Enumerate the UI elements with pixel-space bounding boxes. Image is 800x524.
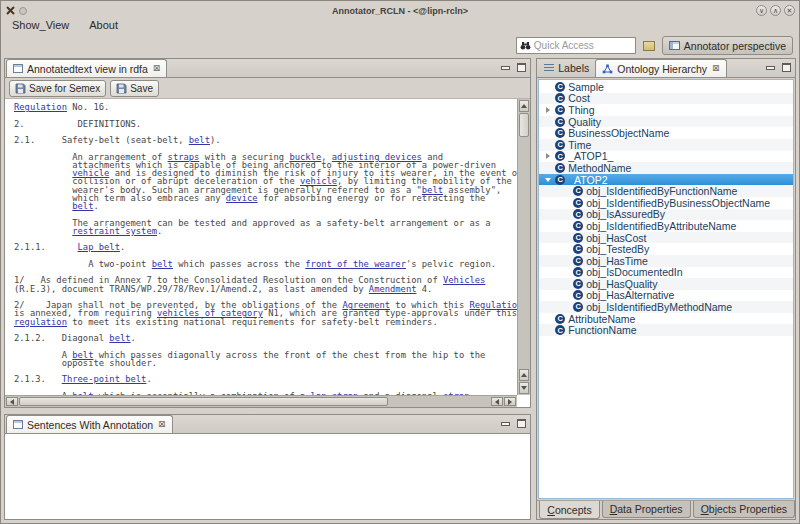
document-text: . [146, 374, 151, 384]
minimize-panel-icon[interactable] [501, 422, 510, 426]
open-perspective-icon[interactable] [643, 41, 655, 51]
tree-item-label: obj_IsAssuredBy [586, 208, 665, 220]
vertical-scroll-thumb[interactable] [519, 113, 529, 137]
document-text [14, 201, 72, 211]
tree-item-obj-hasquality[interactable]: obj_HasQuality [539, 278, 793, 290]
menu-about[interactable]: About [87, 18, 120, 32]
class-icon [555, 117, 565, 127]
annotation-link[interactable]: belt [152, 259, 173, 269]
menu-show-view[interactable]: Show_View [10, 18, 71, 32]
tree-item-obj-testedby[interactable]: obj_TestedBy [539, 243, 793, 255]
document-text: (R.E.3), document TRANS/WP.29/78/Rev.1/A… [14, 284, 369, 294]
horizontal-scroll-thumb[interactable] [19, 397, 388, 406]
maximize-button[interactable]: ∧ [770, 5, 781, 16]
maximize-panel-icon[interactable] [782, 63, 791, 72]
tree-item-obj-isidentifiedbyfunctionname[interactable]: obj_IsIdentifiedByFunctionName [539, 185, 793, 197]
tree-item-obj-isassuredby[interactable]: obj_IsAssuredBy [539, 209, 793, 221]
annotation-link[interactable]: belt [72, 201, 93, 211]
close-icon[interactable]: ⊠ [153, 64, 161, 73]
editor-tab-label: Annotatedtext view in rdfa [27, 63, 148, 75]
annotation-link[interactable]: Three-point belt [62, 374, 147, 384]
horizontal-scrollbar[interactable] [5, 395, 517, 407]
tree-item-label: obj_HasTime [586, 255, 647, 267]
tree-item-obj-hasalternative[interactable]: obj_HasAlternative [539, 290, 793, 302]
quick-access-box[interactable] [516, 37, 636, 54]
scroll-up-button[interactable] [519, 100, 529, 112]
document-text: 2.1.3. [14, 374, 62, 384]
tree-item-attributename[interactable]: AttributeName [539, 313, 793, 325]
annotation-link[interactable]: Amendment [369, 284, 417, 294]
annotation-link[interactable]: Regulation [14, 102, 67, 112]
class-icon [573, 221, 583, 231]
tree-item-thing[interactable]: Thing [539, 104, 793, 116]
sentences-content[interactable] [5, 434, 530, 519]
tree-item-cost[interactable]: Cost [539, 93, 793, 105]
minimize-button[interactable]: ∨ [756, 5, 767, 16]
tab-labels[interactable]: Labels [538, 59, 595, 77]
tree-item-label: obj_IsIdentifiedByMethodName [586, 301, 732, 313]
tab-concepts[interactable]: Concepts [539, 501, 599, 519]
annotation-link[interactable]: Lap belt [78, 242, 120, 252]
annotation-link[interactable]: regulation [14, 317, 67, 327]
tree-item-businessobjectname[interactable]: BusinessObjectName [539, 127, 793, 139]
document-text: ). [210, 135, 221, 145]
close-button[interactable]: ✕ [784, 5, 795, 16]
close-icon[interactable]: ⊠ [712, 64, 720, 73]
tab-ontology-hierarchy[interactable]: Ontology Hierarchy ⊠ [595, 59, 726, 77]
tree-item-label: MethodName [568, 162, 631, 174]
tree-item-obj-isidentifiedbybusinessobjectname[interactable]: obj_IsIdentifiedByBusinessObjectName [539, 197, 793, 209]
vertical-scrollbar[interactable] [517, 99, 530, 395]
tree-item-obj-isidentifiedbymethodname[interactable]: obj_IsIdentifiedByMethodName [539, 301, 793, 313]
tree-item-atop2[interactable]: _ATOP2_ [539, 174, 793, 186]
expand-arrow-icon[interactable] [543, 153, 552, 159]
document-line: 2.1. Safety-belt (seat-belt, belt). [14, 136, 517, 144]
document-content: Regulation No. 16. 2. DEFINITIONS. 2.1. … [5, 99, 517, 395]
document-area[interactable]: Regulation No. 16. 2. DEFINITIONS. 2.1. … [5, 99, 530, 407]
annotation-link[interactable]: device [226, 193, 258, 203]
tab-sentences-with-annotation[interactable]: Sentences With Annotation ⊠ [6, 415, 173, 433]
scroll-right-button[interactable] [504, 397, 516, 406]
tree-item-atop1[interactable]: _ATOP1_ [539, 151, 793, 163]
tree-item-time[interactable]: Time [539, 139, 793, 151]
minimize-panel-icon[interactable] [766, 66, 775, 70]
document-line: restraint system. [14, 227, 517, 235]
annotation-link[interactable]: restraint system [72, 226, 157, 236]
annotation-link[interactable]: Vehicles [443, 275, 485, 285]
quick-access-input[interactable] [534, 40, 632, 51]
tree-item-quality[interactable]: Quality [539, 116, 793, 128]
tab-objects-properties[interactable]: Objects Properties [693, 501, 795, 518]
annotation-link[interactable]: front of the wearer [305, 259, 406, 269]
title-bar: Annotator_RCLN - <@lipn-rcln> ∨ ∧ ✕ [4, 4, 796, 17]
tree-item-label: obj_IsDocumentedIn [586, 266, 682, 278]
annotation-link[interactable]: belt [109, 333, 130, 343]
annotation-link[interactable]: belt [189, 135, 210, 145]
tree-item-label: _ATOP1_ [568, 150, 613, 162]
tree-item-sample[interactable]: Sample [539, 81, 793, 93]
window-menu-icon[interactable] [19, 7, 27, 15]
editor-toolbar: Save for Semex Save [5, 78, 530, 99]
minimize-panel-icon[interactable] [501, 66, 510, 70]
tree-item-methodname[interactable]: MethodName [539, 162, 793, 174]
maximize-panel-icon[interactable] [517, 419, 526, 428]
close-icon[interactable]: ⊠ [158, 420, 166, 429]
save-button[interactable]: Save [110, 80, 159, 97]
tree-item-functionname[interactable]: FunctionName [539, 324, 793, 336]
document-text: 's pelvic region. [406, 259, 496, 269]
scroll-left-button[interactable] [491, 397, 503, 406]
scroll-down-button[interactable] [519, 382, 529, 394]
collapse-arrow-icon[interactable] [543, 178, 552, 182]
scroll-up-button[interactable] [519, 369, 529, 381]
tab-annotatedtext-view[interactable]: Annotatedtext view in rdfa ⊠ [6, 59, 167, 77]
tree-item-obj-isdocumentedin[interactable]: obj_IsDocumentedIn [539, 267, 793, 279]
annotator-perspective-button[interactable]: Annotator perspective [662, 36, 793, 55]
scroll-left-button[interactable] [6, 397, 18, 406]
tree-item-obj-hastime[interactable]: obj_HasTime [539, 255, 793, 267]
tree-item-obj-hascost[interactable]: obj_HasCost [539, 232, 793, 244]
document-text: . [157, 226, 162, 236]
tab-data-properties[interactable]: Data Properties [602, 501, 691, 518]
labels-icon [544, 64, 554, 73]
save-for-semex-button[interactable]: Save for Semex [9, 80, 106, 97]
maximize-panel-icon[interactable] [517, 63, 526, 72]
expand-arrow-icon[interactable] [543, 107, 552, 113]
tree-item-obj-isidentifiedbyattributename[interactable]: obj_IsIdentifiedByAttributeName [539, 220, 793, 232]
